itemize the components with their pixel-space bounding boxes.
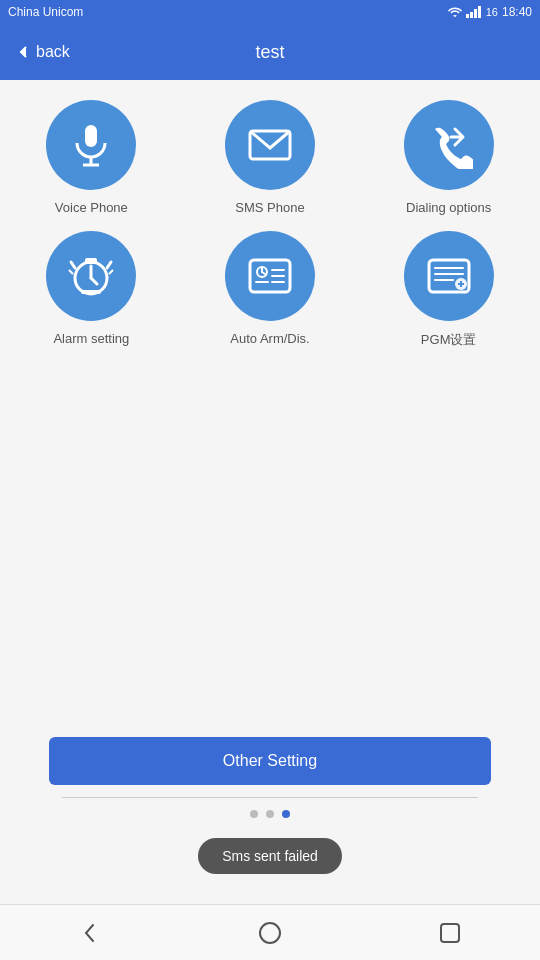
back-chevron-icon: [16, 44, 32, 60]
signal-icon: [466, 6, 482, 18]
dot-2: [266, 810, 274, 818]
status-bar-left: China Unicom: [8, 5, 83, 19]
carrier-text: China Unicom: [8, 5, 83, 19]
voice-phone-icon-circle: [46, 100, 136, 190]
svg-line-18: [262, 272, 265, 274]
sms-phone-label: SMS Phone: [235, 200, 304, 215]
svg-point-30: [260, 923, 280, 943]
other-setting-button[interactable]: Other Setting: [49, 737, 491, 785]
sms-phone-icon-circle: [225, 100, 315, 190]
back-button[interactable]: back: [16, 43, 70, 61]
nav-recents-icon: [438, 921, 462, 945]
header: back test: [0, 24, 540, 80]
pagination-dots: [250, 810, 290, 818]
pgm-list-icon: [425, 252, 473, 300]
pgm-setting-icon-circle: [404, 231, 494, 321]
microphone-icon: [67, 121, 115, 169]
envelope-icon: [246, 121, 294, 169]
dialing-options-icon-circle: [404, 100, 494, 190]
main-content: Voice Phone SMS Phone Dialing options: [0, 80, 540, 904]
toast-message: Sms sent failed: [198, 838, 342, 874]
nav-home-icon: [258, 921, 282, 945]
auto-arm-item[interactable]: Auto Arm/Dis.: [189, 231, 352, 349]
grid-row-2: Alarm setting Auto Arm/Dis.: [10, 231, 530, 349]
phone-forward-icon: [425, 121, 473, 169]
svg-line-14: [109, 270, 113, 274]
pgm-setting-item[interactable]: PGM设置: [367, 231, 530, 349]
nav-recents-button[interactable]: [438, 921, 462, 945]
clock-list-icon: [246, 252, 294, 300]
auto-arm-icon-circle: [225, 231, 315, 321]
svg-rect-4: [85, 125, 97, 147]
alarm-setting-icon-circle: [46, 231, 136, 321]
nav-back-icon: [78, 921, 102, 945]
sms-phone-item[interactable]: SMS Phone: [189, 100, 352, 215]
status-bar-right: 16 18:40: [448, 5, 532, 19]
bottom-nav: [0, 904, 540, 960]
dot-1: [250, 810, 258, 818]
time-text: 18:40: [502, 5, 532, 19]
svg-line-10: [91, 278, 97, 284]
alarm-setting-label: Alarm setting: [53, 331, 129, 346]
nav-back-button[interactable]: [78, 921, 102, 945]
grid-row-1: Voice Phone SMS Phone Dialing options: [10, 100, 530, 215]
svg-rect-0: [466, 14, 469, 18]
voice-phone-item[interactable]: Voice Phone: [10, 100, 173, 215]
svg-rect-3: [478, 6, 481, 18]
dot-3-active: [282, 810, 290, 818]
status-bar: China Unicom 16 18:40: [0, 0, 540, 24]
page-title: test: [255, 42, 284, 63]
dialing-options-item[interactable]: Dialing options: [367, 100, 530, 215]
nav-home-button[interactable]: [258, 921, 282, 945]
svg-line-13: [69, 270, 73, 274]
back-label: back: [36, 43, 70, 61]
svg-rect-1: [470, 12, 473, 18]
pgm-setting-label: PGM设置: [421, 331, 477, 349]
battery-text: 16: [486, 6, 498, 18]
svg-rect-11: [81, 290, 101, 294]
wifi-icon: [448, 7, 462, 17]
svg-rect-2: [474, 9, 477, 18]
alarm-setting-item[interactable]: Alarm setting: [10, 231, 173, 349]
voice-phone-label: Voice Phone: [55, 200, 128, 215]
divider: [62, 797, 478, 798]
auto-arm-label: Auto Arm/Dis.: [230, 331, 309, 346]
dialing-options-label: Dialing options: [406, 200, 491, 215]
svg-rect-31: [441, 924, 459, 942]
alarm-icon: [67, 252, 115, 300]
svg-rect-12: [85, 258, 97, 264]
